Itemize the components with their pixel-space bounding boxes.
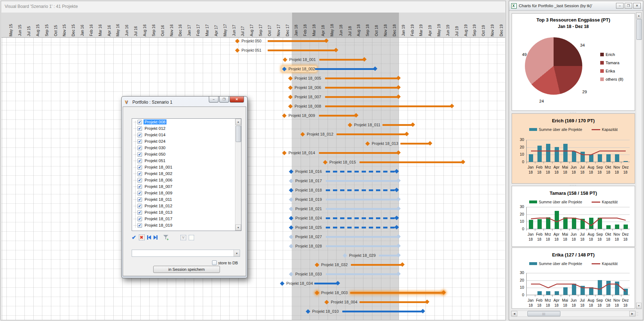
item-checkbox[interactable]: ✔ bbox=[137, 171, 142, 176]
gantt-bar[interactable] bbox=[382, 124, 412, 126]
gantt-bar[interactable] bbox=[326, 227, 396, 228]
scroll-down-icon[interactable]: ▼ bbox=[636, 303, 641, 309]
go-last-icon[interactable] bbox=[154, 234, 158, 241]
project-list-item[interactable]: ✔Projekt 18_002 bbox=[132, 170, 241, 177]
minimize-button[interactable]: – bbox=[616, 3, 624, 9]
gantt-bar[interactable] bbox=[268, 40, 326, 42]
item-checkbox[interactable]: ✔ bbox=[137, 139, 142, 144]
project-list-item[interactable]: ✔Projekt 18_017 bbox=[132, 216, 241, 222]
item-label[interactable]: Projekt 18_019 bbox=[144, 223, 173, 228]
gantt-row[interactable]: Projekt 18_009 bbox=[1, 112, 505, 119]
project-list-item[interactable]: ✔Projekt 18_001 bbox=[132, 164, 241, 170]
gantt-row[interactable]: Projekt 18_007 bbox=[1, 94, 505, 100]
gantt-bar[interactable] bbox=[326, 171, 396, 173]
gantt-row[interactable]: Projekt 18_006 bbox=[1, 84, 505, 91]
project-list-item[interactable]: ✔Projekt 18_013 bbox=[132, 209, 241, 216]
gantt-row[interactable]: Projekt 18_016 bbox=[1, 168, 505, 175]
confirm-check-icon[interactable]: ✔ bbox=[132, 234, 136, 241]
project-list-item[interactable]: ✔Projekt 050 bbox=[132, 151, 241, 157]
list-scrollbar[interactable]: ▲ ▼ bbox=[235, 119, 241, 231]
scroll-up-icon[interactable]: ▲ bbox=[235, 119, 241, 125]
gantt-row[interactable]: Projekt 18_028 bbox=[1, 243, 505, 249]
dialog-titlebar[interactable]: V Portfolio : Szenario 1 – ❐ ✕ bbox=[123, 98, 246, 107]
gantt-bar[interactable] bbox=[326, 236, 398, 238]
scroll-down-icon[interactable]: ▼ bbox=[235, 225, 241, 231]
item-label[interactable]: Projekt 18_006 bbox=[144, 178, 173, 183]
close-button[interactable]: ✕ bbox=[633, 3, 641, 9]
gantt-bar[interactable] bbox=[319, 152, 398, 154]
gantt-bar[interactable] bbox=[326, 208, 398, 210]
gantt-bar[interactable] bbox=[326, 245, 398, 247]
item-checkbox[interactable]: ✔ bbox=[137, 146, 142, 150]
horizontal-scrollbar[interactable]: ◀ ||| ▶ bbox=[511, 311, 636, 317]
gantt-row[interactable]: Projekt 18_013 bbox=[1, 140, 505, 147]
gantt-row[interactable]: Projekt 18_021 bbox=[1, 206, 505, 212]
vertical-scrollbar[interactable]: ▲ ▼ bbox=[636, 12, 642, 309]
gantt-bar[interactable] bbox=[351, 264, 402, 266]
scrollbar-thumb[interactable] bbox=[236, 126, 241, 142]
store-to-db-checkbox[interactable] bbox=[212, 260, 217, 265]
gantt-row[interactable]: Projekt 18_012 bbox=[1, 131, 505, 137]
item-label[interactable]: Projekt 18_002 bbox=[144, 171, 173, 176]
scroll-up-icon[interactable]: ▲ bbox=[636, 13, 641, 19]
item-label[interactable]: Projekt 18_013 bbox=[144, 210, 173, 215]
gantt-bar[interactable] bbox=[400, 143, 429, 145]
gantt-row[interactable]: Projekt 050 bbox=[1, 38, 505, 44]
item-label[interactable]: Projekt 051 bbox=[144, 158, 166, 163]
gantt-bar[interactable] bbox=[359, 161, 462, 163]
project-list-item[interactable]: ✔Projekt 18_007 bbox=[132, 183, 241, 190]
gantt-bar[interactable] bbox=[325, 87, 398, 89]
gantt-bar[interactable] bbox=[314, 283, 337, 284]
item-label[interactable]: Projekt 050 bbox=[144, 152, 166, 157]
gantt-bar[interactable] bbox=[319, 115, 356, 117]
item-label[interactable]: Projekt 18_012 bbox=[144, 203, 173, 208]
gantt-row[interactable]: Projekt 18_017 bbox=[1, 178, 505, 184]
delete-x-icon[interactable]: ✖ bbox=[139, 235, 145, 240]
gantt-bar[interactable] bbox=[337, 133, 406, 135]
item-checkbox[interactable]: ✔ bbox=[137, 165, 142, 170]
item-checkbox[interactable]: ✔ bbox=[137, 223, 142, 228]
project-list-item[interactable]: ✔Projekt 18_009 bbox=[132, 190, 241, 196]
gantt-bar[interactable] bbox=[342, 311, 422, 312]
project-list-item[interactable]: ✔Projekt 18_019 bbox=[132, 222, 241, 228]
project-list-item[interactable]: ✔Projekt 014 bbox=[132, 132, 241, 138]
gantt-bar[interactable] bbox=[326, 180, 398, 182]
gantt-row[interactable]: Projekt 18_027 bbox=[1, 233, 505, 240]
item-label[interactable]: Projekt 18_017 bbox=[144, 216, 173, 221]
save-session-button[interactable]: in Session speichern bbox=[153, 266, 220, 273]
gantt-row[interactable]: Projekt 18_003 bbox=[1, 289, 505, 296]
gantt-row[interactable]: Projekt 18_025 bbox=[1, 224, 505, 231]
portfolio-combobox[interactable]: ▼ bbox=[132, 250, 240, 257]
project-list-item[interactable]: ✔Projekt 18_012 bbox=[132, 203, 241, 209]
minimize-button[interactable]: – bbox=[209, 96, 218, 103]
item-checkbox[interactable]: ✔ bbox=[137, 184, 142, 189]
scroll-left-icon[interactable]: ◀ bbox=[511, 311, 517, 316]
project-list-item[interactable]: ✔Projekt 008 bbox=[132, 119, 241, 125]
item-label[interactable]: Projekt 18_007 bbox=[144, 184, 173, 189]
gantt-row[interactable]: Projekt 18_008 bbox=[1, 103, 505, 109]
gantt-bar[interactable] bbox=[326, 273, 398, 275]
scrollbar-thumb[interactable] bbox=[636, 19, 642, 40]
maximize-button[interactable]: ❐ bbox=[219, 96, 229, 103]
item-checkbox[interactable]: ✔ bbox=[137, 126, 142, 131]
v-marker-icon[interactable]: V bbox=[180, 235, 186, 240]
gantt-row[interactable]: Projekt 18_014 bbox=[1, 150, 505, 156]
gantt-row[interactable]: Projekt 18_018 bbox=[1, 187, 505, 193]
project-list-item[interactable]: ✔Projekt 030 bbox=[132, 145, 241, 151]
gantt-bar[interactable] bbox=[325, 105, 451, 107]
gantt-row[interactable]: Projekt 18_024 bbox=[1, 215, 505, 221]
gantt-bar[interactable] bbox=[326, 199, 398, 200]
item-label[interactable]: Projekt 014 bbox=[144, 132, 166, 137]
item-checkbox[interactable]: ✔ bbox=[137, 159, 142, 163]
gantt-row[interactable]: Projekt 18_005 bbox=[1, 75, 505, 81]
gantt-bar[interactable] bbox=[315, 68, 375, 70]
gantt-row[interactable]: Projekt 18_033 bbox=[1, 271, 505, 277]
project-list-item[interactable]: ✔Projekt 012 bbox=[132, 125, 241, 132]
item-checkbox[interactable]: ✔ bbox=[137, 217, 142, 221]
gantt-bar[interactable] bbox=[268, 49, 335, 51]
charts-titlebar[interactable]: Charts für Portfolio _last Session (by t… bbox=[509, 1, 643, 11]
item-checkbox[interactable]: ✔ bbox=[137, 178, 142, 183]
item-checkbox[interactable]: ✔ bbox=[137, 152, 142, 157]
gantt-row[interactable]: Projekt 18_004 bbox=[1, 299, 505, 305]
gantt-row[interactable]: Projekt 18_019 bbox=[1, 196, 505, 203]
